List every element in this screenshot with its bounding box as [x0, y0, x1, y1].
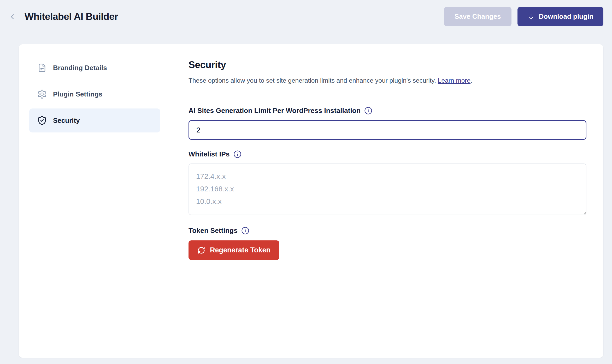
section-description: These options allow you to set site gene… [189, 77, 586, 84]
sidebar-item-label: Branding Details [53, 64, 107, 72]
page-title: Whitelabel AI Builder [25, 11, 118, 22]
page-header: Whitelabel AI Builder Save Changes Downl… [7, 7, 603, 26]
info-icon[interactable] [233, 150, 242, 158]
generation-limit-input[interactable] [189, 120, 586, 140]
sidebar-item-branding-details[interactable]: Branding Details [29, 56, 160, 80]
download-plugin-label: Download plugin [539, 13, 593, 21]
back-button[interactable] [7, 10, 18, 23]
sidebar-item-label: Plugin Settings [53, 90, 102, 98]
sidebar-item-plugin-settings[interactable]: Plugin Settings [29, 82, 160, 106]
security-panel: Security These options allow you to set … [171, 44, 603, 358]
shield-check-icon [37, 116, 47, 125]
chevron-left-icon [8, 13, 16, 21]
generation-limit-label: AI Sites Generation Limit Per WordPress … [189, 107, 361, 115]
sidebar-item-label: Security [53, 117, 80, 125]
info-icon[interactable] [241, 227, 249, 235]
whitelist-ips-label-row: Whitelist IPs [189, 150, 586, 158]
whitelist-ips-textarea[interactable] [189, 163, 586, 215]
gear-icon [37, 89, 47, 99]
document-icon [37, 63, 47, 73]
whitelist-ips-label: Whitelist IPs [189, 150, 230, 158]
description-text: These options allow you to set site gene… [189, 77, 436, 84]
info-icon[interactable] [364, 107, 372, 115]
save-changes-button[interactable]: Save Changes [444, 7, 511, 26]
token-settings-label: Token Settings [189, 227, 238, 235]
settings-sidebar: Branding Details Plugin Settings Securit… [19, 44, 171, 358]
description-period: . [470, 77, 472, 84]
token-settings-label-row: Token Settings [189, 227, 586, 235]
regenerate-token-label: Regenerate Token [210, 246, 270, 254]
learn-more-link[interactable]: Learn more [438, 77, 470, 84]
download-plugin-button[interactable]: Download plugin [517, 7, 603, 26]
section-heading: Security [189, 59, 586, 70]
regenerate-token-button[interactable]: Regenerate Token [189, 240, 279, 260]
download-arrow-icon [527, 13, 535, 20]
sidebar-item-security[interactable]: Security [29, 108, 160, 132]
generation-limit-label-row: AI Sites Generation Limit Per WordPress … [189, 107, 586, 115]
section-divider [189, 95, 586, 95]
settings-card: Branding Details Plugin Settings Securit… [19, 44, 603, 358]
refresh-icon [197, 246, 205, 254]
header-actions: Save Changes Download plugin [444, 7, 603, 26]
